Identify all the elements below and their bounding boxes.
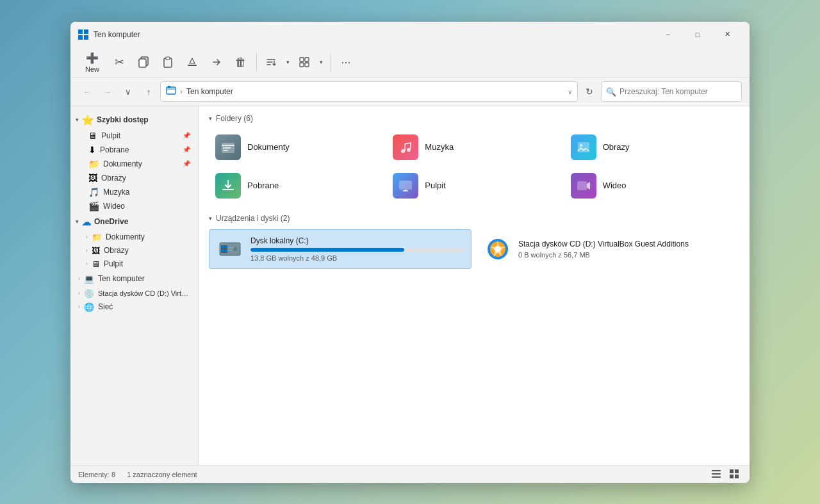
maximize-button[interactable]: □	[683, 24, 712, 45]
svg-rect-3	[84, 35, 88, 40]
svg-rect-31	[225, 246, 227, 248]
sidebar-onedrive-dokumenty[interactable]: › 📁 Dokumenty	[73, 231, 195, 244]
new-button[interactable]: ➕ New	[78, 49, 106, 76]
list-view-button[interactable]	[709, 466, 724, 482]
obrazy-icon: 🖼	[88, 173, 97, 183]
folders-section-header: ▾ Foldery (6)	[209, 114, 739, 123]
muzyka-label: Muzyka	[103, 188, 190, 197]
svg-point-18	[401, 149, 405, 153]
sidebar-network[interactable]: › 🌐 Sieć	[73, 300, 195, 314]
dokumenty-folder-name: Dokumenty	[247, 142, 290, 152]
obrazy-label: Obrazy	[101, 174, 190, 183]
sidebar-onedrive-pulpit[interactable]: › 🖥 Pulpit	[73, 257, 195, 271]
svg-rect-10	[305, 58, 309, 61]
svg-rect-29	[229, 250, 232, 251]
sidebar-item-dokumenty[interactable]: 📁 Dokumenty 📌	[73, 157, 195, 171]
folder-pulpit[interactable]: Pulpit	[386, 168, 561, 204]
view-arrow[interactable]: ▾	[316, 51, 326, 74]
folders-grid: Dokumenty Muzyka Obrazy	[209, 129, 739, 204]
svg-rect-8	[188, 65, 197, 66]
network-icon: 🌐	[84, 302, 94, 312]
pulpit-pin: 📌	[183, 132, 190, 139]
sidebar-item-wideo[interactable]: 🎬 Wideo	[73, 199, 195, 213]
quick-access-header[interactable]: ▾ ⭐ Szybki dostęp	[70, 111, 198, 129]
onedrive-dokumenty-label: Dokumenty	[106, 232, 190, 241]
sidebar-item-pulpit[interactable]: 🖥 Pulpit 📌	[73, 129, 195, 143]
cd-drive-label: Stacja dysków CD (D:) VirtualBox	[98, 289, 190, 297]
more-button[interactable]: ···	[334, 51, 357, 74]
folder-dokumenty[interactable]: Dokumenty	[209, 129, 384, 165]
pobrane-folder-name: Pobrane	[247, 181, 279, 190]
sidebar-onedrive-obrazy[interactable]: › 🖼 Obrazy	[73, 244, 195, 257]
onedrive-pulpit-icon: 🖥	[92, 259, 100, 269]
onedrive-pulpit-label: Pulpit	[104, 259, 190, 268]
pulpit-folder-icon	[393, 173, 418, 199]
onedrive-label: OneDrive	[94, 217, 128, 226]
dokumenty-icon: 📁	[88, 159, 99, 169]
delete-button[interactable]: 🗑	[229, 51, 252, 74]
network-label: Sieć	[98, 302, 190, 311]
sidebar-item-obrazy[interactable]: 🖼 Obrazy	[73, 171, 195, 185]
onedrive-obrazy-label: Obrazy	[104, 246, 190, 255]
pulpit-icon: 🖥	[88, 131, 97, 141]
folder-obrazy[interactable]: Obrazy	[564, 129, 739, 165]
pobrane-icon: ⬇	[88, 145, 96, 155]
svg-rect-12	[305, 63, 309, 67]
view-main[interactable]	[294, 51, 315, 74]
svg-rect-44	[735, 475, 739, 478]
folder-muzyka[interactable]: Muzyka	[386, 129, 561, 165]
onedrive-header[interactable]: ▾ ☁ OneDrive	[70, 213, 198, 231]
view-button[interactable]: ▾	[294, 51, 326, 74]
close-button[interactable]: ✕	[712, 24, 742, 45]
device-local-c[interactable]: Dysk lokalny (C:) 13,8 GB wolnych z 48,9…	[209, 229, 472, 269]
muzyka-folder-name: Muzyka	[425, 142, 454, 152]
sort-arrow[interactable]: ▾	[283, 51, 293, 74]
chevron-icon: ›	[86, 234, 88, 240]
sidebar-cd-drive[interactable]: › 💿 Stacja dysków CD (D:) VirtualBox	[73, 287, 195, 300]
cd-drive-icon: 💿	[84, 289, 94, 298]
grid-view-button[interactable]	[726, 466, 742, 482]
title-bar: Ten komputer − □ ✕	[70, 22, 750, 47]
sort-main[interactable]	[261, 51, 281, 74]
paste-button[interactable]	[156, 51, 179, 74]
share-button[interactable]	[205, 51, 228, 74]
status-info: Elementy: 8 1 zaznaczony element	[78, 468, 197, 480]
muzyka-folder-icon	[393, 134, 418, 160]
up-button[interactable]: ↑	[140, 83, 158, 101]
sort-button[interactable]: ▾	[261, 51, 293, 74]
pobrane-label: Pobrane	[100, 145, 179, 154]
pobrane-folder-icon	[215, 173, 241, 199]
quick-access-label: Szybki dostęp	[97, 115, 149, 124]
refresh-button[interactable]: ↻	[580, 83, 598, 101]
devices-section-header: ▾ Urządzenia i dyski (2)	[209, 214, 739, 223]
dokumenty-label: Dokumenty	[103, 159, 179, 168]
devices-chevron[interactable]: ▾	[209, 215, 212, 222]
sidebar-item-muzyka[interactable]: 🎵 Muzyka	[73, 185, 195, 199]
search-input[interactable]	[601, 81, 742, 102]
svg-rect-17	[223, 150, 228, 151]
minimize-button[interactable]: −	[653, 24, 683, 45]
dropdown-history-button[interactable]: ∨	[119, 83, 137, 101]
svg-rect-5	[139, 59, 146, 67]
device-cd-d[interactable]: Stacja dysków CD (D:) VirtualBox Guest A…	[477, 229, 739, 269]
folders-chevron[interactable]: ▾	[209, 115, 212, 122]
cd-drive-icon-main	[484, 235, 512, 263]
svg-rect-23	[577, 181, 587, 190]
toolbar-separator	[256, 53, 257, 71]
rename-button[interactable]	[181, 51, 204, 74]
forward-button[interactable]: →	[99, 83, 117, 101]
sidebar-this-pc[interactable]: › 💻 Ten komputer	[73, 272, 195, 286]
svg-rect-22	[399, 181, 412, 190]
back-button[interactable]: ←	[78, 83, 96, 101]
pulpit-label: Pulpit	[101, 131, 179, 140]
cut-button[interactable]: ✂	[108, 51, 131, 74]
svg-rect-43	[730, 475, 734, 478]
copy-button[interactable]	[132, 51, 155, 74]
svg-rect-7	[166, 57, 170, 60]
sidebar-item-pobrane[interactable]: ⬇ Pobrane 📌	[73, 143, 195, 157]
folder-pobrane[interactable]: Pobrane	[209, 168, 384, 204]
address-path[interactable]: › Ten komputer ∨	[160, 81, 578, 102]
sidebar: ▾ ⭐ Szybki dostęp 🖥 Pulpit 📌 ⬇ Pobrane 📌…	[70, 106, 199, 465]
onedrive-dokumenty-icon: 📁	[92, 232, 102, 242]
folder-wideo[interactable]: Wideo	[564, 168, 739, 204]
